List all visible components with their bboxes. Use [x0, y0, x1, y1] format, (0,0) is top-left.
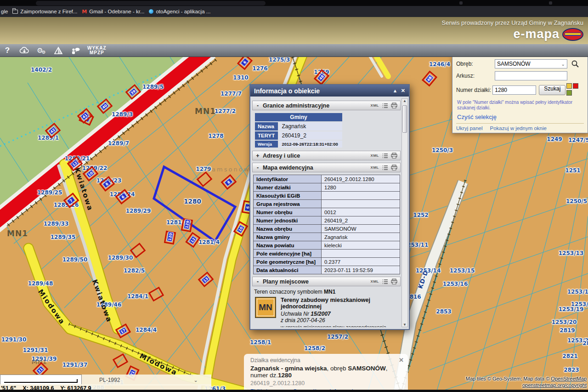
- bookmark-gmail[interactable]: M Gmail - Odebrane - kr...: [82, 9, 144, 15]
- osm-copyright-link[interactable]: openstreetmap.org/copyright: [466, 382, 587, 389]
- section-title: Granice administracyjne: [263, 102, 371, 109]
- szukaj-button[interactable]: Szukaj: [539, 85, 565, 95]
- xml-link[interactable]: XML: [371, 165, 379, 170]
- scroll-up-icon[interactable]: ▲: [403, 99, 407, 103]
- house-number-plate: 8: [102, 180, 112, 188]
- xml-link[interactable]: XML: [371, 103, 379, 108]
- contact-feedback-icon[interactable]: [70, 45, 80, 56]
- row-value: [322, 200, 400, 208]
- panel-hint: W pole "Numer działki" można wpisać pełn…: [457, 100, 583, 111]
- dialog-scrollbar[interactable]: ▲ ▼: [401, 98, 408, 327]
- parcel-label: 1253/19: [559, 306, 583, 312]
- house-number-plate: 120: [167, 232, 174, 242]
- row-label: TERYT: [255, 131, 278, 140]
- parcel-attributes-table: Identyfikator260419_2.0012.1280Numer dzi…: [253, 175, 400, 274]
- scroll-down-icon[interactable]: ▼: [403, 323, 407, 327]
- dialog-close-icon[interactable]: ✕: [401, 88, 405, 94]
- bookmark-fragment[interactable]: gle: [1, 9, 8, 14]
- street-label: Miodowa: [138, 352, 179, 377]
- dialog-collapse-icon[interactable]: ▴: [394, 88, 396, 94]
- selection-color-squares[interactable]: [565, 83, 584, 97]
- xml-link[interactable]: XML: [371, 153, 379, 158]
- gmail-icon: M: [82, 9, 87, 15]
- bookmarks-bar: gle Zaimportowane z Firef... M Gmail - O…: [0, 6, 588, 17]
- xml-link[interactable]: XML: [371, 279, 379, 284]
- table-row: Klasoużytki EGiB: [254, 192, 400, 200]
- row-value: 260419_2: [322, 216, 400, 225]
- list-icon[interactable]: [382, 153, 388, 159]
- house-number-plate: 48: [317, 73, 326, 82]
- section-plany-miejscowe[interactable]: - Plany miejscowe XML: [252, 277, 401, 286]
- gminy-table: Gminy NazwaZagnańskTERYT260419_2Wersja20…: [254, 112, 343, 148]
- parcel-label: 1253/15: [450, 267, 475, 274]
- hide-panel-link[interactable]: Ukryj panel: [456, 125, 483, 131]
- browser-titlebar: [0, 0, 588, 6]
- obreb-select[interactable]: SAMSONÓW ⌄: [495, 59, 567, 68]
- browser-menu-icon[interactable]: [549, 1, 552, 5]
- bookmark-imported[interactable]: Zaimportowane z Firef...: [12, 9, 77, 14]
- collapse-sign: -: [253, 165, 263, 171]
- chevron-down-icon[interactable]: ⌄: [193, 377, 198, 383]
- house-number-plate: 6: [240, 57, 249, 67]
- parcel-label: 1276: [252, 65, 267, 72]
- emapa-logo[interactable]: e-mapa: [513, 27, 583, 41]
- house-number-plate: 41: [80, 112, 90, 120]
- row-value: kielecki: [322, 241, 400, 250]
- color-square[interactable]: [573, 83, 578, 89]
- color-square[interactable]: [566, 83, 572, 89]
- service-note: Serwis prowadzony przez Urząd Gminy w Za…: [441, 19, 583, 26]
- cloud-download-icon[interactable]: [19, 45, 29, 56]
- table-row: Data aktualności2023-07-11 19:52:59: [254, 266, 400, 274]
- section-adresy[interactable]: + Adresy i ulice XML: [252, 151, 401, 160]
- parcel-number-input[interactable]: 1280: [492, 85, 536, 95]
- single-window-link[interactable]: Pokazuj w jednym oknie: [490, 125, 547, 131]
- map-toolbar: ? ⚙⚙ WYKAZ MPZP: [0, 44, 588, 57]
- wykaz-mpzp-button[interactable]: WYKAZ MPZP: [87, 46, 107, 55]
- watermark-label: Samsonów: [207, 166, 250, 173]
- building-marker: 13: [198, 272, 214, 287]
- house-number-plate: 129: [184, 219, 191, 229]
- card-close-icon[interactable]: ✕: [399, 357, 404, 364]
- clear-selection-link[interactable]: Czyść selekcję: [457, 114, 497, 120]
- row-value: 2012-09-26T22:18:31+02:00: [279, 141, 342, 148]
- dialog-titlebar[interactable]: Informacja o obiekcie ▴ ✕: [250, 85, 409, 97]
- crs-selector[interactable]: PL-1992: [99, 377, 120, 383]
- expand-sign: +: [253, 153, 263, 159]
- settings-gears-icon[interactable]: ⚙⚙: [36, 45, 46, 56]
- search-icon[interactable]: [571, 60, 579, 68]
- color-square[interactable]: [566, 90, 572, 96]
- row-label: Identyfikator: [254, 175, 322, 183]
- parcel-label: 2820: [582, 340, 588, 347]
- house-number-plate: 7: [67, 196, 76, 205]
- parcel-label: 1246/4: [429, 61, 450, 68]
- url-bar[interactable]: [36, 1, 266, 6]
- app-window: 1402/21275/31276131012691246/41247/31249…: [0, 0, 588, 392]
- list-icon[interactable]: [382, 165, 388, 170]
- print-icon[interactable]: [391, 278, 397, 284]
- print-icon[interactable]: [391, 102, 397, 108]
- row-value: 0.2377: [322, 258, 400, 266]
- parcel-label: 2819: [560, 327, 575, 334]
- print-icon[interactable]: [391, 153, 397, 159]
- card-object-id: 260419_2.0012.1280: [250, 380, 402, 386]
- arkusz-input[interactable]: [495, 71, 567, 80]
- list-icon[interactable]: [382, 279, 388, 284]
- bookmark-otoagenci[interactable]: otoAgenci - aplikacja ...: [149, 9, 210, 14]
- house-number-plate: 21: [36, 365, 45, 375]
- help-icon[interactable]: ?: [2, 45, 12, 56]
- osm-link[interactable]: OpenStreetMap: [551, 376, 587, 381]
- section-title: Adresy i ulice: [263, 153, 371, 159]
- parcel-label: 1252: [413, 212, 428, 218]
- list-icon[interactable]: [382, 103, 388, 108]
- row-label: Nazwa: [255, 122, 278, 131]
- extension-icon[interactable]: [459, 1, 463, 5]
- section-mapa-ewidencyjna[interactable]: - Mapa ewidencyjna XML: [252, 163, 401, 172]
- prism-layers-icon[interactable]: [53, 45, 63, 56]
- section-granice[interactable]: - Granice administracyjne XML: [252, 101, 401, 110]
- parcel-info-card: Działka ewidencyjna ✕ Zagnańsk - gmina w…: [244, 354, 408, 392]
- scrollbar-thumb[interactable]: [402, 105, 407, 133]
- print-icon[interactable]: [391, 165, 397, 170]
- table-row: TERYT260419_2: [255, 131, 342, 140]
- section-title: Plany miejscowe: [263, 278, 371, 285]
- plan-description: w sprawie miejscowego planu zagospodarow…: [281, 324, 400, 327]
